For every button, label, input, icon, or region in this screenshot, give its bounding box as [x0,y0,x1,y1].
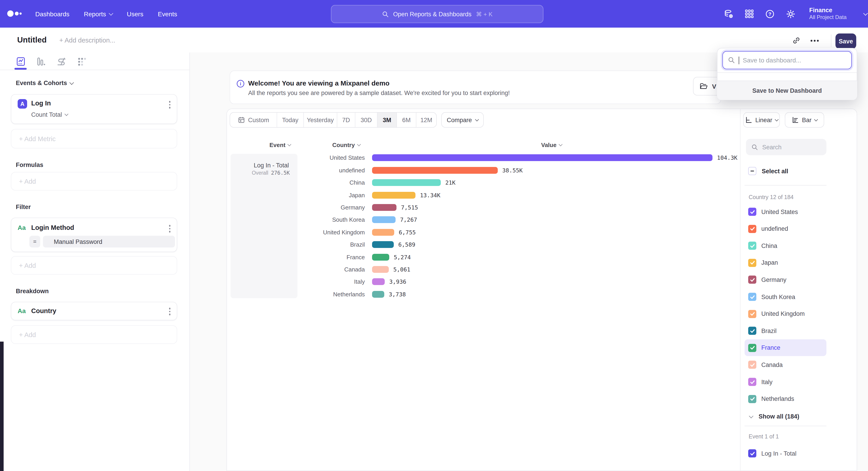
scale-dropdown[interactable]: Linear [743,112,780,127]
item-checkbox[interactable] [748,293,756,301]
project-selector[interactable]: Finance All Project Data [809,6,846,21]
range-12m[interactable]: 12M [416,113,436,127]
legend-item-italy[interactable]: Italy [745,374,827,390]
bar-segment[interactable] [372,192,415,198]
save-input-placeholder: Save to dashboard... [743,57,801,64]
legend-item-canada[interactable]: Canada [745,356,827,373]
save-dashboard-search-input[interactable]: Save to dashboard... [722,51,852,69]
topnav-item-events[interactable]: Events [158,10,177,18]
item-checkbox[interactable] [748,242,756,250]
show-all-button[interactable]: Show all (184) [749,413,799,420]
legend-item-netherlands[interactable]: Netherlands [745,390,827,407]
legend-item-germany[interactable]: Germany [745,271,827,288]
bar-segment[interactable] [372,167,498,174]
item-checkbox[interactable] [748,310,756,318]
range-6m[interactable]: 6M [397,113,416,127]
bar-segment[interactable] [372,229,394,236]
view-button-label: V [712,83,716,90]
event-checkbox[interactable] [748,449,756,458]
item-label: Germany [761,276,786,283]
help-icon[interactable]: ? [765,9,775,19]
chart-row-italy: Italy3,936 [0,276,868,288]
item-checkbox[interactable] [748,276,756,284]
range-today[interactable]: Today [277,113,304,127]
aggregation-dropdown[interactable]: Count Total [31,111,68,118]
legend-item-brazil[interactable]: Brazil [745,322,827,339]
item-checkbox[interactable] [748,344,756,352]
bar-segment[interactable] [372,179,441,186]
more-options-button[interactable] [811,40,818,41]
item-checkbox[interactable] [748,378,756,386]
legend-item-united-states[interactable]: United States [745,203,827,220]
bar-segment[interactable] [372,204,397,211]
breakdown-kebab-icon[interactable] [169,308,170,315]
tab-retention-icon[interactable] [77,57,87,66]
save-button[interactable]: Save [835,33,856,49]
add-description-button[interactable]: + Add description... [59,36,115,44]
apps-grid-icon[interactable] [745,9,754,19]
add-metric-button[interactable]: + Add Metric [11,129,177,148]
legend-item-france[interactable]: France [745,340,827,356]
topnav-item-dashboards[interactable]: Dashboards [35,10,69,18]
item-checkbox[interactable] [748,225,756,233]
settings-gear-icon[interactable] [786,9,796,19]
value-label: 3,738 [389,291,406,297]
legend-item-japan[interactable]: Japan [745,255,827,271]
legend-item-south-korea[interactable]: South Korea [745,289,827,305]
tab-flows-icon[interactable] [57,57,66,66]
item-label: France [761,345,780,351]
bar-segment[interactable] [372,241,394,248]
compare-button[interactable]: Compare [441,112,484,127]
bar-segment[interactable] [372,266,389,273]
item-checkbox[interactable] [748,259,756,267]
select-all-checkbox-indeterminate[interactable] [748,167,756,175]
tab-insights-icon[interactable] [16,57,26,66]
range-30d[interactable]: 30D [355,113,377,127]
add-breakdown-button[interactable]: + Add [11,325,177,344]
column-header-country[interactable]: Country [332,142,360,148]
metric-kebab-icon[interactable] [169,101,170,108]
metric-card-log-in[interactable]: A Log In Count Total [11,94,177,124]
value-label: 6,755 [399,229,416,235]
legend-item-china[interactable]: China [745,237,827,254]
topnav-item-users[interactable]: Users [127,10,143,18]
column-header-value[interactable]: Value [541,142,562,148]
breakdown-card-country[interactable]: Aa Country [11,302,177,320]
bar-segment[interactable] [372,291,384,298]
chart-row-japan: Japan13.34K [0,189,868,201]
date-range-control: CustomTodayYesterday7D30D3M6M12M [230,112,437,127]
select-all-row[interactable]: Select all [748,167,788,175]
bar-segment[interactable] [372,278,385,285]
report-title[interactable]: Untitled [17,35,46,45]
breakdown-property-name[interactable]: Country [31,307,56,315]
range-3m[interactable]: 3M [377,113,397,127]
project-chevron-down-icon[interactable] [863,11,868,16]
mixpanel-logo-icon[interactable] [5,8,25,20]
copy-link-icon[interactable] [792,36,801,45]
category-label: China [349,179,365,186]
global-search-button[interactable]: Open Reports & Dashboards ⌘ + K [331,5,544,23]
item-label: Italy [761,379,773,385]
chart-type-dropdown[interactable]: Bar [785,112,824,127]
legend-item-undefined[interactable]: undefined [745,220,827,237]
data-management-icon[interactable] [724,9,734,19]
range-custom[interactable]: Custom [230,113,277,127]
item-checkbox[interactable] [748,395,756,403]
legend-item-united-kingdom[interactable]: United Kingdom [745,305,827,322]
range-7d[interactable]: 7D [337,113,355,127]
topnav-item-reports[interactable]: Reports [84,10,112,18]
legend-search-input[interactable]: Search [746,139,827,155]
events-section-header[interactable]: Events & Cohorts [16,80,73,86]
tab-funnels-icon[interactable] [36,57,46,66]
item-checkbox[interactable] [748,361,756,369]
bar-segment[interactable] [372,254,389,260]
bar-segment[interactable] [372,216,396,223]
column-header-event[interactable]: Event [270,142,291,148]
save-to-new-dashboard-button[interactable]: Save to New Dashboard [717,81,857,100]
event-name[interactable]: Log In [31,99,51,107]
item-checkbox[interactable] [748,208,756,216]
item-checkbox[interactable] [748,327,756,335]
range-yesterday[interactable]: Yesterday [304,113,337,127]
legend-event-row[interactable]: Log In - Total [748,449,797,458]
bar-segment[interactable] [372,154,712,161]
